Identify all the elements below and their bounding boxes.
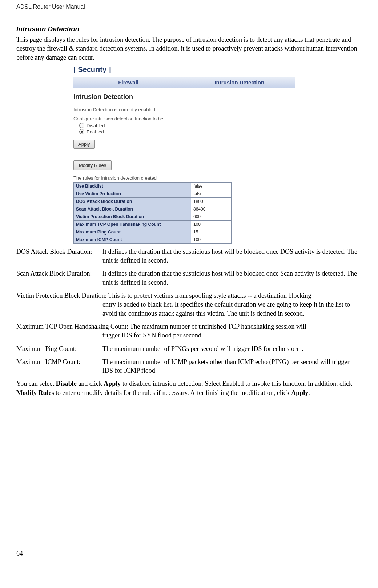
rule-value: 15: [191, 228, 232, 236]
definition-desc: It defines the duration that the suspici…: [102, 247, 362, 265]
definition-term: DOS Attack Block Duration:: [16, 247, 102, 265]
tab-bar: Firewall Intrusion Detection: [73, 77, 295, 88]
rule-key: Use Blacklist: [74, 182, 191, 190]
rule-value: 100: [191, 220, 232, 228]
rules-caption: The rules for intrusion detection create…: [73, 175, 294, 181]
modify-rules-button[interactable]: Modify Rules: [73, 160, 112, 170]
table-row: Use Victim Protectionfalse: [74, 190, 232, 197]
rule-value: 600: [191, 213, 232, 220]
table-row: Maximum Ping Count15: [74, 228, 232, 236]
definition-desc: The maximum number of ICMP packets other…: [102, 357, 362, 375]
radio-disabled-label: Disabled: [87, 123, 105, 128]
rule-key: Scan Attack Block Duration: [74, 205, 191, 213]
rule-key: Maximum ICMP Count: [74, 236, 191, 243]
config-prompt: Configure intrusion detection function t…: [73, 116, 294, 121]
closing-paragraph: You can select Disable and click Apply t…: [16, 379, 362, 397]
definition-scan: Scan Attack Block Duration: It defines t…: [16, 269, 362, 287]
definition-dos: DOS Attack Block Duration: It defines th…: [16, 247, 362, 265]
table-row: Maximum ICMP Count100: [74, 236, 232, 243]
rule-value: false: [191, 182, 232, 190]
radio-icon[interactable]: [79, 129, 84, 134]
definition-term: Scan Attack Block Duration:: [16, 269, 102, 287]
status-text: Intrusion Detection is currently enabled…: [73, 107, 294, 112]
rule-key: Use Victim Protection: [74, 190, 191, 197]
section-heading: Intrusion Detection: [16, 25, 362, 33]
intro-paragraph: This page displays the rules for intrusi…: [16, 35, 362, 62]
screenshot-region: [ Security ] Firewall Intrusion Detectio…: [73, 64, 295, 244]
definition-desc: It defines the duration that the suspici…: [102, 269, 362, 287]
definition-continuation: entry is added to black list. It specifi…: [102, 300, 362, 318]
definition-tcp: Maximum TCP Open Handshaking Count: The …: [16, 322, 362, 340]
rule-key: DOS Attack Block Duration: [74, 197, 191, 205]
page-number: 64: [16, 550, 362, 557]
table-row: Maximum TCP Open Handshaking Count100: [74, 220, 232, 228]
definition-term: Maximum ICMP Count:: [16, 357, 102, 375]
radio-icon[interactable]: [79, 123, 84, 128]
rule-value: 1800: [191, 197, 232, 205]
rule-key: Maximum Ping Count: [74, 228, 191, 236]
definition-victim: Victim Protection Block Duration: This i…: [16, 291, 362, 318]
rule-key: Victim Protection Block Duration: [74, 213, 191, 220]
definition-ping: Maximum Ping Count: The maximum number o…: [16, 344, 362, 353]
table-row: Scan Attack Block Duration86400: [74, 205, 232, 213]
screenshot-title: [ Security ]: [73, 64, 295, 77]
definition-continuation: trigger IDS for SYN flood per second.: [102, 331, 362, 340]
rule-value: 100: [191, 236, 232, 243]
running-header: ADSL Router User Manual: [16, 4, 362, 12]
definition-icmp: Maximum ICMP Count: The maximum number o…: [16, 357, 362, 375]
definition-term: Maximum Ping Count:: [16, 344, 102, 353]
table-row: Use Blacklistfalse: [74, 182, 232, 190]
tab-intrusion-detection[interactable]: Intrusion Detection: [184, 77, 295, 88]
definition-desc: The maximum number of PINGs per second w…: [102, 344, 362, 353]
radio-disabled-row[interactable]: Disabled: [79, 123, 294, 128]
radio-enabled-row[interactable]: Enabled: [79, 129, 294, 135]
table-row: Victim Protection Block Duration600: [74, 213, 232, 220]
rule-value: 86400: [191, 205, 232, 213]
definition-first-line: Maximum TCP Open Handshaking Count: The …: [16, 323, 306, 330]
tab-firewall[interactable]: Firewall: [73, 77, 184, 88]
table-row: DOS Attack Block Duration1800: [74, 197, 232, 205]
definition-first-line: Victim Protection Block Duration: This i…: [16, 292, 311, 299]
rule-value: false: [191, 190, 232, 197]
apply-button[interactable]: Apply: [73, 140, 95, 149]
rules-table: Use Blacklistfalse Use Victim Protection…: [73, 182, 232, 244]
screenshot-subheading: Intrusion Detection: [73, 88, 295, 103]
rule-key: Maximum TCP Open Handshaking Count: [74, 220, 191, 228]
radio-enabled-label: Enabled: [87, 129, 104, 135]
